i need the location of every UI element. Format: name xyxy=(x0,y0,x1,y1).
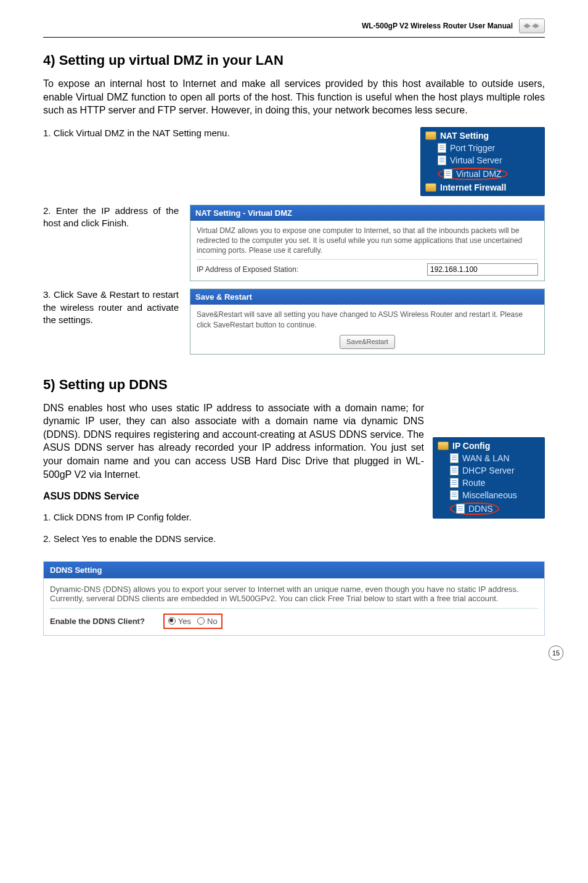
section-2-intro: DNS enables host who uses static IP addr… xyxy=(43,401,424,482)
enable-ddns-radio-group: Yes No xyxy=(163,614,223,629)
ddns-panel-desc: Dynamic-DNS (DDNS) allows you to export … xyxy=(50,585,538,603)
radio-yes[interactable]: Yes xyxy=(168,617,191,626)
doc-icon xyxy=(438,143,446,153)
nav-item-ddns[interactable]: DDNS xyxy=(435,501,540,516)
nav-item-route[interactable]: Route xyxy=(435,477,540,489)
save-restart-button[interactable]: Save&Restart xyxy=(340,335,395,349)
section-2-title: 5) Setting up DDNS xyxy=(43,377,545,393)
radio-no[interactable]: No xyxy=(197,617,218,626)
page-header: WL-500gP V2 Wireless Router User Manual xyxy=(43,18,545,38)
ddns-step-1: 1. Click DDNS from IP Config folder. xyxy=(43,511,424,524)
section-1-title: 4) Setting up virtual DMZ in your LAN xyxy=(43,52,545,68)
nat-nav-panel: NAT Setting Port Trigger Virtual Server … xyxy=(420,127,545,196)
doc-icon xyxy=(450,453,459,463)
save-panel: Save & Restart Save&Restart will save al… xyxy=(190,289,545,354)
highlight-oval: DDNS xyxy=(450,503,499,515)
folder-icon xyxy=(425,183,436,192)
header-title: WL-500gP V2 Wireless Router User Manual xyxy=(362,22,513,30)
asus-ddns-heading: ASUS DDNS Service xyxy=(43,491,424,502)
doc-icon xyxy=(450,478,459,488)
nav-folder-ipconfig[interactable]: IP Config xyxy=(435,440,540,452)
ddns-setting-panel: DDNS Setting Dynamic-DNS (DDNS) allows y… xyxy=(43,561,545,636)
doc-icon xyxy=(456,504,465,514)
highlight-oval: Virtual DMZ xyxy=(438,168,508,180)
brand-logo xyxy=(519,18,545,33)
ddns-step-2: 2. Select Yes to enable the DDNS service… xyxy=(43,533,424,545)
page-number: 15 xyxy=(549,646,563,660)
nav-folder-firewall[interactable]: Internet Firewall xyxy=(423,181,540,194)
nav-item-dhcp[interactable]: DHCP Server xyxy=(435,464,540,477)
step-3: 3. Click Save & Restart to restart the w… xyxy=(43,289,179,361)
doc-icon xyxy=(450,490,459,500)
ipconfig-nav-panel: IP Config WAN & LAN DHCP Server Route Mi… xyxy=(433,437,545,519)
nav-item-port-trigger[interactable]: Port Trigger xyxy=(423,142,540,154)
step-1: 1. Click Virtual DMZ in the NAT Setting … xyxy=(43,127,412,139)
nav-folder-nat[interactable]: NAT Setting xyxy=(423,129,540,142)
save-panel-title: Save & Restart xyxy=(190,289,544,305)
radio-icon xyxy=(197,617,205,625)
doc-icon xyxy=(438,155,446,165)
section-1-intro: To expose an internal host to Internet a… xyxy=(43,77,545,117)
nav-item-virtual-server[interactable]: Virtual Server xyxy=(423,154,540,166)
folder-icon xyxy=(438,442,449,450)
dmz-ip-label: IP Address of Exposed Station: xyxy=(197,265,427,274)
enable-ddns-label: Enable the DDNS Client? xyxy=(50,617,145,626)
nav-item-wan-lan[interactable]: WAN & LAN xyxy=(435,452,540,464)
radio-icon xyxy=(168,617,176,625)
folder-icon xyxy=(425,131,436,140)
dmz-ip-input[interactable] xyxy=(427,263,538,276)
doc-icon xyxy=(450,466,459,475)
ddns-panel-title: DDNS Setting xyxy=(44,562,544,578)
doc-icon xyxy=(444,169,452,179)
nav-item-misc[interactable]: Miscellaneous xyxy=(435,489,540,501)
save-panel-desc: Save&Restart will save all setting you h… xyxy=(197,310,538,329)
step-2: 2. Enter the IP address of the host and … xyxy=(43,205,179,289)
dmz-panel-title: NAT Setting - Virtual DMZ xyxy=(190,205,544,221)
dmz-panel-desc: Virtual DMZ allows you to expose one com… xyxy=(197,226,538,256)
nav-item-virtual-dmz[interactable]: Virtual DMZ xyxy=(423,166,540,181)
dmz-panel: NAT Setting - Virtual DMZ Virtual DMZ al… xyxy=(190,205,545,282)
